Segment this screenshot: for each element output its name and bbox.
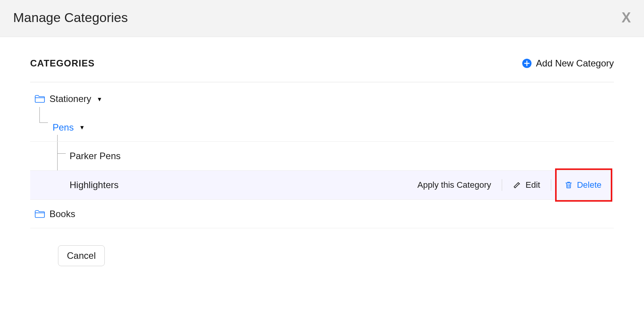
plus-circle-icon xyxy=(522,59,532,68)
add-new-category-label: Add New Category xyxy=(536,58,614,69)
chevron-down-icon[interactable]: ▼ xyxy=(97,96,102,102)
footer: Cancel xyxy=(30,228,614,266)
edit-button[interactable]: Edit xyxy=(510,180,543,190)
delete-label: Delete xyxy=(577,180,601,190)
category-row-stationery[interactable]: Stationery ▼ xyxy=(30,85,614,113)
trash-icon xyxy=(564,181,573,189)
cancel-button[interactable]: Cancel xyxy=(58,245,105,266)
category-label: Books xyxy=(49,209,75,219)
divider xyxy=(551,179,551,191)
section-title: CATEGORIES xyxy=(30,58,95,69)
apply-category-label: Apply this Category xyxy=(417,180,491,190)
category-row-pens[interactable]: Pens ▼ xyxy=(30,113,614,142)
apply-category-button[interactable]: Apply this Category xyxy=(414,180,494,190)
category-label: Stationery xyxy=(49,93,91,104)
add-new-category-button[interactable]: Add New Category xyxy=(522,58,614,69)
folder-icon xyxy=(35,210,45,218)
category-row-parker-pens[interactable]: Parker Pens xyxy=(30,142,614,170)
category-label: Parker Pens xyxy=(70,151,121,161)
edit-label: Edit xyxy=(525,180,540,190)
modal-title: Manage Categories xyxy=(13,10,128,25)
pencil-icon xyxy=(513,181,521,189)
category-label: Highlighters xyxy=(70,180,119,190)
category-tree: Stationery ▼ Pens ▼ Parker Pens Highligh… xyxy=(30,85,614,228)
category-label: Pens xyxy=(53,122,74,133)
chevron-down-icon[interactable]: ▼ xyxy=(79,124,85,131)
category-row-books[interactable]: Books xyxy=(30,200,614,228)
category-row-highlighters[interactable]: Highlighters Apply this Category Edit xyxy=(30,170,614,200)
content-area: CATEGORIES Add New Category Stationery ▼ xyxy=(0,37,644,266)
close-icon[interactable]: X xyxy=(622,11,631,25)
folder-icon xyxy=(35,95,45,103)
divider xyxy=(502,179,502,191)
delete-button[interactable]: Delete xyxy=(561,180,605,190)
row-actions: Apply this Category Edit Delete xyxy=(414,178,609,192)
section-header: CATEGORIES Add New Category xyxy=(30,58,614,82)
modal-header: Manage Categories X xyxy=(0,0,644,37)
